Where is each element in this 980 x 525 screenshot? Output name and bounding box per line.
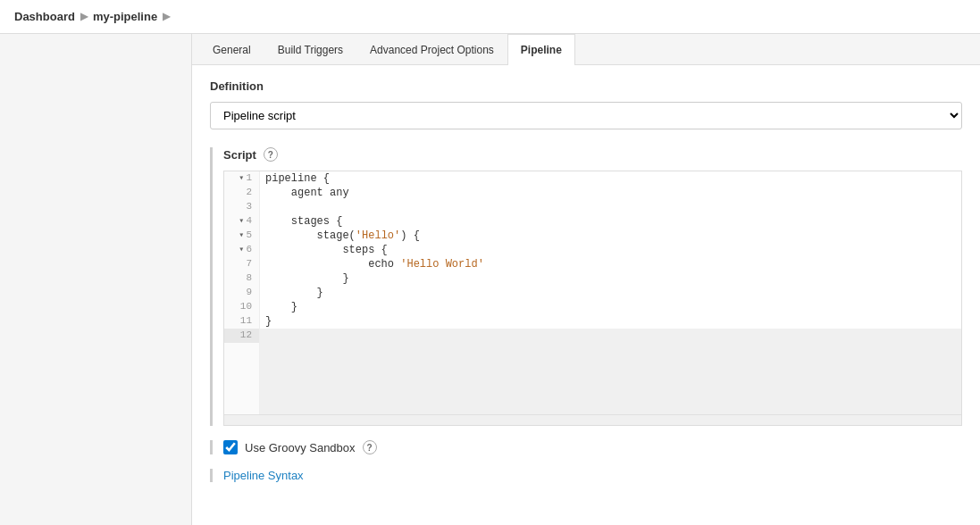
- line-content-12: [260, 329, 961, 343]
- code-line-6: ▾6 steps {: [224, 243, 961, 257]
- line-num-12: 12: [224, 329, 260, 343]
- line-content-8: }: [260, 271, 961, 286]
- tab-build-triggers[interactable]: Build Triggers: [264, 34, 356, 65]
- code-line-11: 11 }: [224, 314, 961, 329]
- line-content-7: echo 'Hello World': [260, 257, 961, 271]
- script-section: Script ? ▾1 pipeline { 2 agent any: [210, 147, 962, 426]
- code-line-1: ▾1 pipeline {: [224, 171, 961, 186]
- pipeline-syntax-link[interactable]: Pipeline Syntax: [210, 469, 962, 482]
- line-content-5: stage('Hello') {: [260, 229, 961, 243]
- tab-advanced-project-options[interactable]: Advanced Project Options: [356, 34, 507, 65]
- breadcrumb-arrow-1: ▶: [80, 11, 88, 22]
- code-line-8: 8 }: [224, 271, 961, 286]
- line-num-1: ▾1: [224, 171, 260, 186]
- tab-pipeline[interactable]: Pipeline: [507, 34, 575, 65]
- line-num-2: 2: [224, 186, 260, 200]
- definition-label: Definition: [210, 79, 962, 93]
- line-content-6: steps {: [260, 243, 961, 257]
- groovy-sandbox-label: Use Groovy Sandbox: [245, 441, 356, 454]
- line-content-10: }: [260, 300, 961, 314]
- code-line-empty: [224, 343, 961, 414]
- code-line-3: 3: [224, 200, 961, 214]
- line-num-3: 3: [224, 200, 260, 214]
- line-content-9: }: [260, 286, 961, 300]
- line-num-8: 8: [224, 271, 260, 286]
- line-num-11: 11: [224, 314, 260, 329]
- code-line-4: ▾4 stages {: [224, 214, 961, 229]
- code-lines: ▾1 pipeline { 2 agent any 3: [224, 171, 961, 414]
- line-content-4: stages {: [260, 214, 961, 229]
- line-num-6: ▾6: [224, 243, 260, 257]
- definition-select[interactable]: Pipeline script Pipeline script from SCM: [210, 102, 962, 129]
- script-label: Script: [223, 148, 256, 162]
- breadcrumb: Dashboard ▶ my-pipeline ▶: [0, 0, 980, 34]
- definition-section: Definition Pipeline script Pipeline scri…: [210, 79, 962, 129]
- code-line-2: 2 agent any: [224, 186, 961, 200]
- line-num-9: 9: [224, 286, 260, 300]
- code-editor[interactable]: ▾1 pipeline { 2 agent any 3: [223, 171, 962, 426]
- line-content-11: }: [260, 314, 961, 329]
- content-area: General Build Triggers Advanced Project …: [192, 34, 980, 525]
- breadcrumb-arrow-2: ▶: [163, 11, 170, 22]
- script-help-icon[interactable]: ?: [264, 147, 278, 162]
- line-num-4: ▾4: [224, 214, 260, 229]
- code-line-12: 12: [224, 329, 961, 343]
- line-num-5: ▾5: [224, 229, 260, 243]
- line-content-2: agent any: [260, 186, 961, 200]
- groovy-sandbox-checkbox[interactable]: [223, 440, 238, 454]
- code-line-7: 7 echo 'Hello World': [224, 257, 961, 271]
- tab-bar: General Build Triggers Advanced Project …: [192, 34, 980, 65]
- line-content-3: [260, 200, 961, 214]
- line-content-empty: [260, 343, 961, 414]
- line-num-10: 10: [224, 300, 260, 314]
- line-num-7: 7: [224, 257, 260, 271]
- breadcrumb-pipeline[interactable]: my-pipeline: [93, 10, 157, 23]
- code-line-10: 10 }: [224, 300, 961, 314]
- breadcrumb-dashboard[interactable]: Dashboard: [14, 10, 75, 23]
- sidebar: [0, 34, 192, 525]
- code-line-9: 9 }: [224, 286, 961, 300]
- tab-general[interactable]: General: [199, 34, 264, 65]
- line-content-1: pipeline {: [260, 171, 961, 186]
- code-scrollbar[interactable]: [224, 414, 961, 425]
- script-header: Script ?: [223, 147, 962, 162]
- line-num-empty: [224, 343, 260, 414]
- groovy-sandbox-help-icon[interactable]: ?: [363, 440, 377, 454]
- code-line-5: ▾5 stage('Hello') {: [224, 229, 961, 243]
- groovy-sandbox-section: Use Groovy Sandbox ?: [210, 440, 962, 454]
